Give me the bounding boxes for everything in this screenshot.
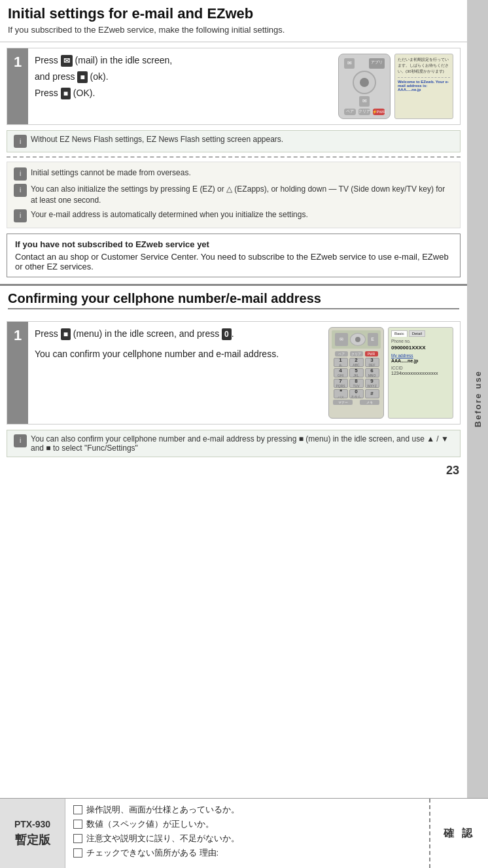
step1-image: ✉ アプリ ✉ ペア クリア ⚡PWR ただいま初期設定を行っています。し (338, 54, 453, 119)
key-8: 8TUV (349, 379, 364, 388)
dashed-divider-1 (7, 156, 461, 158)
screen-welcome-text: Welcome to EZweb. Your e-mail address is… (398, 80, 450, 92)
step1-line2: and press ■ (ok). (35, 70, 333, 84)
key-star: ＊バス (334, 389, 348, 398)
ezweb-detail-screen: Basic Detail Phone no. 0900001XXXX My ad… (388, 327, 453, 419)
tab-row: Basic Detail (391, 330, 450, 337)
draft-label: 暫定版 (15, 832, 50, 848)
footer-label: PTX-930 暫定版 (0, 799, 65, 868)
check-text-2: 数値（スペック値）が正しいか。 (86, 818, 214, 830)
section1-subtitle: If you subscribed to the EZweb service, … (8, 25, 459, 35)
phone-mockup-1: ✉ アプリ ✉ ペア クリア ⚡PWR (338, 54, 391, 119)
confirm-text: 確 認 (444, 827, 475, 841)
key-back: ペア (335, 351, 348, 356)
check-item-4: チェックできない箇所がある 理由: (73, 847, 421, 859)
warning-box: If you have not subscribed to EZweb serv… (7, 234, 461, 277)
step2-container: 1 Press ■ (menu) in the idle screen, and… (7, 321, 461, 425)
key-4: 4GHI (334, 368, 348, 377)
phone-keypad-mockup: ✉ E ペア クリア PWR 1あ 2ABC (328, 327, 384, 419)
section2-title: Confirming your cellphone number/e-mail … (8, 291, 459, 309)
screen-address-label: My address (391, 353, 450, 358)
key-2: 2ABC (349, 358, 364, 367)
checkbox-2 (73, 820, 82, 829)
screen-iccid-label: ICCID (391, 366, 450, 370)
screen-iccid-value: 1234xxxxxxxxxxxxxxxx (391, 371, 450, 375)
keypad-screen: ✉ E (332, 330, 381, 349)
key-9: 9WXYZ (365, 379, 379, 388)
ezweb-screen-1: ただいま初期設定を行っています。しばらくお待ちください。(30秒程度かかります)… (394, 54, 453, 119)
screen-phone-label: Phone no. (391, 339, 450, 343)
check-text-3: 注意文や説明文に誤り、不足がないか。 (86, 833, 239, 844)
key-5: 5JKL (349, 368, 364, 377)
note-icon-3: i (14, 209, 27, 222)
footer-checklist: 操作説明、画面が仕様とあっているか。 数値（スペック値）が正しいか。 注意文や説… (65, 799, 429, 868)
step1-line3: Press ■ (OK). (35, 86, 333, 100)
checkbox-3 (73, 834, 82, 843)
tab-detail: Detail (409, 330, 425, 337)
model-name: PTX-930 (14, 819, 50, 829)
checkbox-1 (73, 805, 82, 814)
key-0: 0わをん (349, 389, 364, 398)
info-icon-1: i (14, 135, 27, 148)
key-1: 1あ (334, 358, 348, 367)
key-manner: マナー (333, 400, 353, 405)
keypad-nav: ペア クリア PWR (332, 351, 381, 356)
step1-text: Press ✉ (mail) in the idle screen, and p… (35, 54, 338, 103)
info-box-2: i You can also confirm your cellphone nu… (7, 430, 461, 457)
warning-text: Contact an au shop or Customer Service C… (15, 252, 452, 271)
key-clear: クリア (350, 351, 363, 356)
check-item-2: 数値（スペック値）が正しいか。 (73, 818, 421, 830)
note-row-3: i Your e-mail address is automatically d… (14, 209, 453, 222)
phone-btn-pwr: ⚡PWR (373, 109, 385, 115)
info-text-2: You can also confirm your cellphone numb… (31, 434, 453, 453)
note-icon-1: i (14, 167, 27, 181)
step1-content: Press ✉ (mail) in the idle screen, and p… (28, 48, 460, 124)
key-7: 7PQRS (334, 379, 348, 388)
note-text-2: You can also initialize the settings by … (31, 184, 453, 206)
info-icon-2: i (14, 434, 27, 447)
keypad-rows: 1あ 2ABC 3DEF 4GHI 5JKL 6MNO 7PQRS 8TUV (332, 358, 381, 405)
note-text-3: Your e-mail address is automatically det… (31, 209, 308, 220)
step1-number: 1 (7, 48, 28, 124)
section2-header: Confirming your cellphone number/e-mail … (0, 286, 467, 316)
screen-address-value: AAA.....ne.jp (391, 358, 450, 363)
key-memo: メモ (360, 400, 379, 405)
info-text-1: Without EZ News Flash settings, EZ News … (31, 135, 283, 144)
footer-confirm: 確 認 (429, 799, 488, 868)
tab-basic: Basic (391, 330, 408, 337)
step2-text: Press ■ (menu) in the idle screen, and p… (35, 327, 328, 364)
notes-section: i Initial settings cannot be made from o… (7, 162, 461, 228)
phone-buttons: ペア クリア ⚡PWR (344, 109, 385, 115)
section1-header: Initial settings for e-mail and EZweb If… (0, 0, 467, 43)
phone-btn-back: ペア (344, 109, 356, 115)
section1-title: Initial settings for e-mail and EZweb (8, 5, 459, 22)
check-item-3: 注意文や説明文に誤り、不足がないか。 (73, 833, 421, 844)
note-row-2: i You can also initialize the settings b… (14, 184, 453, 206)
note-icon-2: i (14, 184, 27, 197)
check-text-4: チェックできない箇所がある 理由: (86, 847, 218, 859)
step2-line1: Press ■ (menu) in the idle screen, and p… (35, 327, 323, 341)
note-text-1: Initial settings cannot be made from ove… (31, 167, 191, 179)
key-3: 3DEF (365, 358, 379, 367)
sidebar-label: Before use (473, 370, 483, 427)
key-pwr: PWR (365, 351, 378, 356)
key-6: 6MNO (365, 368, 379, 377)
check-item-1: 操作説明、画面が仕様とあっているか。 (73, 804, 421, 816)
step2-line2: You can confirm your cellphone number an… (35, 347, 323, 361)
step1-line1: Press ✉ (mail) in the idle screen, (35, 54, 333, 67)
checkbox-4 (73, 848, 82, 858)
screen-phone-value: 0900001XXXX (391, 345, 450, 351)
bottom-footer: PTX-930 暫定版 操作説明、画面が仕様とあっているか。 数値（スペック値）… (0, 798, 488, 868)
step2-image: ✉ E ペア クリア PWR 1あ 2ABC (328, 327, 453, 419)
screen-setup-text: ただいま初期設定を行っています。しばらくお待ちください。(30秒程度かかります) (398, 57, 450, 75)
key-hash: # (365, 389, 379, 398)
step2-number: 1 (7, 322, 28, 424)
warning-title: If you have not subscribed to EZweb serv… (15, 239, 452, 249)
phone-btn-clear: クリア (358, 109, 370, 115)
info-box-1: i Without EZ News Flash settings, EZ New… (7, 130, 461, 152)
step1-container: 1 Press ✉ (mail) in the idle screen, and… (7, 48, 461, 125)
right-sidebar: Before use (467, 0, 488, 798)
page-number: 23 (0, 460, 467, 481)
step2-content: Press ■ (menu) in the idle screen, and p… (28, 322, 460, 424)
note-row-1: i Initial settings cannot be made from o… (14, 167, 453, 181)
